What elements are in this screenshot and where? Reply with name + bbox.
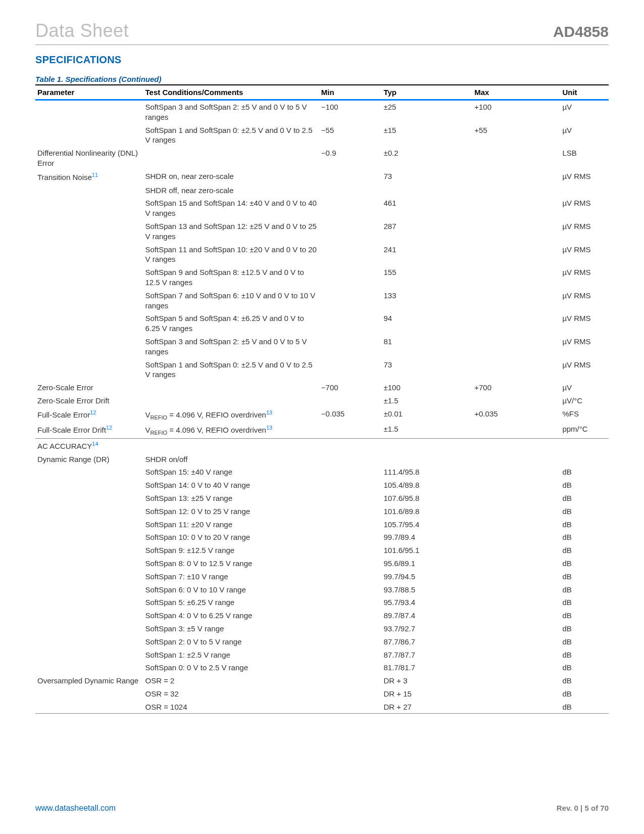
cell-unit: dB — [560, 609, 609, 622]
cell-unit: dB — [560, 466, 609, 479]
table-row: SoftSpan 1: ±2.5 V range87.7/87.7dB — [35, 648, 609, 662]
table-row: SoftSpan 10: 0 V to 20 V range99.7/89.4d… — [35, 531, 609, 544]
cell-unit: µV RMS — [560, 243, 609, 266]
cell-min — [319, 648, 382, 662]
cell-unit: dB — [560, 544, 609, 557]
cell-typ: ±0.01 — [381, 407, 472, 423]
cell-unit: dB — [560, 596, 609, 609]
cell-max — [472, 557, 560, 570]
cell-parameter — [35, 622, 143, 635]
cell-typ: 93.7/88.5 — [381, 583, 472, 596]
cell-min — [319, 197, 382, 220]
cell-typ: ±1.5 — [381, 394, 472, 407]
cell-parameter — [35, 220, 143, 243]
cell-typ: 105.7/95.4 — [381, 518, 472, 531]
cell-typ: 73 — [381, 358, 472, 382]
table-row: Full-Scale Error12VREFIO = 4.096 V, REFI… — [35, 407, 609, 423]
cell-unit: dB — [560, 570, 609, 583]
table-row: SoftSpan 12: 0 V to 25 V range101.6/89.8… — [35, 505, 609, 518]
cell-conditions: SoftSpan 1 and SoftSpan 0: ±2.5 V and 0 … — [143, 358, 319, 382]
cell-conditions: SoftSpan 1: ±2.5 V range — [143, 648, 319, 662]
cell-conditions: SoftSpan 13: ±25 V range — [143, 492, 319, 505]
cell-min: −700 — [319, 381, 382, 394]
cell-unit: dB — [560, 557, 609, 570]
cell-conditions: SoftSpan 14: 0 V to 40 V range — [143, 479, 319, 492]
cell-min — [319, 518, 382, 531]
cell-parameter — [35, 466, 143, 479]
cell-unit: µV RMS — [560, 170, 609, 184]
cell-min: −100 — [319, 100, 382, 124]
cell-typ: 73 — [381, 170, 472, 184]
cell-min — [319, 479, 382, 492]
cell-conditions: SoftSpan 11: ±20 V range — [143, 518, 319, 531]
cell-max — [472, 687, 560, 701]
cell-max — [472, 266, 560, 289]
cell-min — [319, 466, 382, 479]
cell-unit: dB — [560, 505, 609, 518]
table-row: SoftSpan 15 and SoftSpan 14: ±40 V and 0… — [35, 197, 609, 220]
cell-parameter — [35, 312, 143, 335]
cell-parameter — [35, 557, 143, 570]
cell-conditions: SoftSpan 7: ±10 V range — [143, 570, 319, 583]
table-row: SoftSpan 13: ±25 V range107.6/95.8dB — [35, 492, 609, 505]
cell-unit: µV RMS — [560, 312, 609, 335]
cell-conditions: SoftSpan 0: 0 V to 2.5 V range — [143, 661, 319, 674]
cell-min: −0.035 — [319, 407, 382, 423]
table-row: Transition Noise11SHDR on, near zero-sca… — [35, 170, 609, 184]
cell-unit: dB — [560, 531, 609, 544]
cell-max — [472, 394, 560, 407]
cell-unit: µV — [560, 100, 609, 124]
cell-conditions: SoftSpan 5 and SoftSpan 4: ±6.25 V and 0… — [143, 312, 319, 335]
cell-min — [319, 635, 382, 648]
cell-typ: 81.7/81.7 — [381, 661, 472, 674]
cell-max — [472, 518, 560, 531]
cell-parameter: Dynamic Range (DR) — [35, 453, 143, 466]
table-row: Zero-Scale Error−700±100+700µV — [35, 381, 609, 394]
page-header: Data Sheet AD4858 — [35, 20, 609, 45]
cell-typ: 81 — [381, 335, 472, 358]
table-row: SoftSpan 8: 0 V to 12.5 V range95.6/89.1… — [35, 557, 609, 570]
cell-conditions: SoftSpan 10: 0 V to 20 V range — [143, 531, 319, 544]
cell-parameter — [35, 596, 143, 609]
cell-parameter: Oversampled Dynamic Range — [35, 674, 143, 687]
col-unit: Unit — [560, 85, 609, 100]
cell-conditions: SoftSpan 8: 0 V to 12.5 V range — [143, 557, 319, 570]
cell-max — [472, 648, 560, 662]
cell-unit: dB — [560, 479, 609, 492]
cell-max — [472, 466, 560, 479]
cell-max — [472, 438, 560, 452]
cell-unit — [560, 184, 609, 197]
cell-unit: µV RMS — [560, 220, 609, 243]
table-row: SoftSpan 14: 0 V to 40 V range105.4/89.8… — [35, 479, 609, 492]
cell-min — [319, 687, 382, 701]
cell-parameter — [35, 687, 143, 701]
cell-conditions: VREFIO = 4.096 V, REFIO overdriven13 — [143, 407, 319, 423]
cell-min — [319, 701, 382, 714]
cell-max — [472, 661, 560, 674]
cell-max — [472, 289, 560, 312]
cell-min — [319, 674, 382, 687]
footer-url[interactable]: www.datasheetall.com — [35, 804, 116, 813]
cell-typ: 107.6/95.8 — [381, 492, 472, 505]
cell-conditions: SoftSpan 3 and SoftSpan 2: ±5 V and 0 V … — [143, 335, 319, 358]
cell-max — [472, 492, 560, 505]
table-row: SoftSpan 11 and SoftSpan 10: ±20 V and 0… — [35, 243, 609, 266]
cell-max — [472, 197, 560, 220]
table-row: Zero-Scale Error Drift±1.5µV/°C — [35, 394, 609, 407]
cell-conditions: SoftSpan 12: 0 V to 25 V range — [143, 505, 319, 518]
cell-max — [472, 453, 560, 466]
cell-conditions: SHDR on, near zero-scale — [143, 170, 319, 184]
cell-unit: dB — [560, 661, 609, 674]
table-row: Differential Nonlinearity (DNL) Error−0.… — [35, 147, 609, 170]
cell-typ: 99.7/94.5 — [381, 570, 472, 583]
cell-conditions: OSR = 32 — [143, 687, 319, 701]
cell-unit: dB — [560, 635, 609, 648]
cell-unit: dB — [560, 518, 609, 531]
cell-min — [319, 531, 382, 544]
cell-typ: ±15 — [381, 124, 472, 147]
cell-conditions — [143, 381, 319, 394]
table-row: Dynamic Range (DR)SHDR on/off — [35, 453, 609, 466]
cell-max — [472, 220, 560, 243]
cell-min — [319, 394, 382, 407]
cell-conditions: OSR = 1024 — [143, 701, 319, 714]
